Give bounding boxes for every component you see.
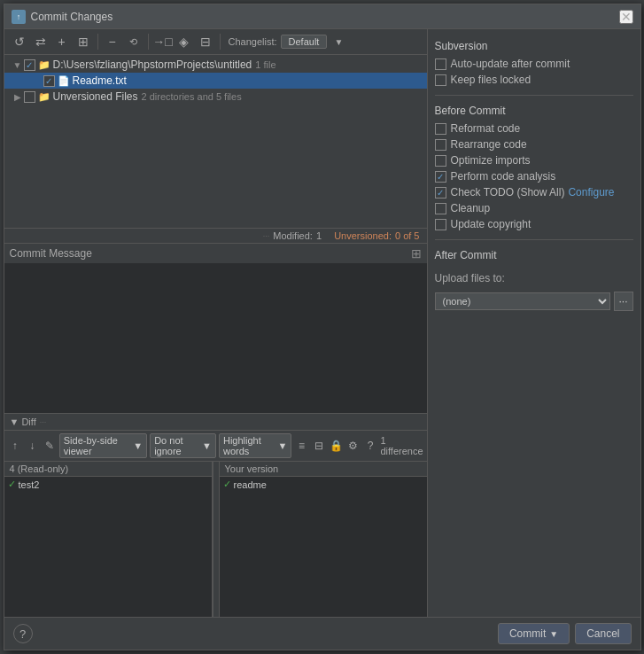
- close-button[interactable]: ✕: [619, 10, 633, 24]
- update-copyright-label: Update copyright: [451, 218, 531, 230]
- highlight-label: Highlight words: [223, 435, 275, 456]
- auto-update-option: Auto-update after commit: [435, 58, 633, 70]
- separator-1: [97, 34, 98, 50]
- upload-files-label: Upload files to:: [435, 272, 633, 284]
- txt-file-icon: 📄: [58, 74, 70, 87]
- rearrange-code-checkbox[interactable]: [435, 139, 446, 151]
- toolbar: ↺ ⇄ + ⊞ − ⟲ →□ ◈ ⊟ Changelist: Default ▼: [4, 29, 427, 55]
- side-by-side-dropdown[interactable]: Side-by-side viewer ▼: [59, 433, 147, 458]
- optimize-imports-option: Optimize imports: [435, 154, 633, 167]
- diff-divider: [213, 462, 220, 617]
- reformat-code-option: Reformat code: [435, 122, 633, 135]
- diff-right-check-icon: ✓: [223, 479, 231, 490]
- upload-dropdown-row: (none) ···: [435, 292, 633, 311]
- changelist-label: Changelist:: [229, 36, 277, 47]
- commit-dropdown-icon: ▼: [549, 629, 558, 639]
- diff-right-filename: readme: [234, 479, 267, 490]
- file-name-text: Readme.txt: [73, 74, 127, 87]
- highlight-dropdown[interactable]: Highlight words ▼: [219, 433, 291, 458]
- configure-link[interactable]: Configure: [568, 186, 614, 199]
- diff-right-body: [220, 492, 427, 617]
- root-checkbox[interactable]: ✓: [24, 59, 35, 71]
- check-todo-checkbox[interactable]: ✓: [435, 187, 446, 199]
- diff-right-file-row: ✓ readme: [220, 477, 427, 492]
- file-checkbox[interactable]: ✓: [43, 75, 55, 87]
- reformat-code-label: Reformat code: [451, 122, 521, 135]
- diff-next-btn[interactable]: ↓: [25, 437, 39, 455]
- unversioned-label-text: Unversioned Files: [53, 90, 138, 103]
- viewer-dropdown-icon: ▼: [133, 440, 143, 451]
- bottom-bar: ? Commit ▼ Cancel: [4, 617, 640, 650]
- diff-left-file-row: ✓ test2: [4, 477, 212, 492]
- refresh-icon-btn[interactable]: ↺: [10, 32, 29, 51]
- update-copyright-option: Update copyright: [435, 218, 633, 230]
- before-commit-title: Before Commit: [435, 105, 633, 117]
- commit-message-header: Commit Message ⊞: [4, 244, 427, 263]
- cleanup-checkbox[interactable]: [435, 203, 446, 214]
- move-to-another-btn[interactable]: →□: [153, 32, 173, 51]
- rollback-btn[interactable]: ⟲: [124, 32, 144, 51]
- todo-check-icon: ✓: [437, 188, 444, 198]
- auto-update-checkbox[interactable]: [435, 58, 446, 70]
- tree-unversioned-item[interactable]: ▶ · 📁 Unversioned Files 2 directories an…: [4, 89, 427, 105]
- diff-section: ▼ Diff ··· ↑ ↓ ✎ Side-by-side viewer ▼ D…: [4, 413, 427, 617]
- diff-align-btn[interactable]: ≡: [294, 437, 308, 455]
- ignore-dropdown[interactable]: Do not ignore ▼: [150, 433, 216, 458]
- separator-1: [435, 95, 633, 96]
- rearrange-code-label: Rearrange code: [451, 138, 527, 151]
- diff-lock-btn[interactable]: 🔒: [329, 437, 343, 455]
- diff-resize-handle[interactable]: ···: [36, 417, 422, 426]
- modified-value: 1: [316, 230, 322, 241]
- diff-left-filename: test2: [19, 479, 40, 490]
- perform-analysis-option: ✓ Perform code analysis: [435, 170, 633, 183]
- separator-3: [220, 34, 221, 50]
- optimize-imports-label: Optimize imports: [451, 154, 531, 167]
- upload-more-btn[interactable]: ···: [614, 292, 633, 311]
- diff-help-btn[interactable]: ?: [363, 437, 377, 455]
- resize-handle[interactable]: ···: [263, 231, 270, 240]
- diff-content: 4 (Read-only) ✓ test2 Your version ✓: [4, 462, 427, 617]
- cleanup-option: Cleanup: [435, 202, 633, 214]
- cancel-button[interactable]: Cancel: [575, 623, 631, 644]
- unversioned-checkbox[interactable]: ·: [24, 91, 35, 103]
- diff-arrow-icon: ▼: [10, 417, 19, 427]
- unversioned-value: 0 of 5: [395, 230, 420, 241]
- commit-button[interactable]: Commit ▼: [498, 623, 570, 644]
- commit-message-label: Commit Message: [10, 247, 411, 260]
- commit-message-options-btn[interactable]: ⊞: [411, 246, 422, 261]
- update-copyright-checkbox[interactable]: [435, 219, 446, 230]
- upload-files-select[interactable]: (none): [435, 292, 610, 310]
- keep-locked-checkbox[interactable]: [435, 74, 446, 86]
- help-button[interactable]: ?: [13, 624, 33, 643]
- expand-btn[interactable]: ⊟: [196, 32, 215, 51]
- optimize-imports-checkbox[interactable]: [435, 155, 446, 167]
- commit-message-input[interactable]: [4, 263, 427, 413]
- diff-edit-btn[interactable]: ✎: [42, 437, 56, 455]
- right-panel: Subversion Auto-update after commit Keep…: [428, 29, 640, 617]
- perform-analysis-checkbox[interactable]: ✓: [435, 171, 446, 183]
- unversioned-folder-icon: 📁: [38, 90, 50, 103]
- auto-update-label: Auto-update after commit: [451, 58, 570, 70]
- tree-file-item[interactable]: ✓ 📄 Readme.txt: [4, 73, 427, 89]
- diff-sync-btn[interactable]: ⊟: [312, 437, 326, 455]
- options-icon-btn[interactable]: ⊞: [74, 32, 93, 51]
- changelist-dropdown-btn[interactable]: ▼: [329, 32, 348, 51]
- diff-right-pane: Your version ✓ readme: [220, 462, 427, 617]
- add-btn[interactable]: +: [52, 32, 72, 51]
- diff-settings-btn[interactable]: ⚙: [346, 437, 361, 455]
- diff-toggle-btn[interactable]: ▼ Diff: [10, 417, 36, 427]
- reformat-code-checkbox[interactable]: [435, 123, 446, 135]
- diff-icon-btn[interactable]: ⇄: [31, 32, 50, 51]
- main-content: ↺ ⇄ + ⊞ − ⟲ →□ ◈ ⊟ Changelist: Default ▼: [4, 29, 640, 617]
- diff2-btn[interactable]: ◈: [175, 32, 194, 51]
- dialog-title: Commit Changes: [31, 11, 619, 23]
- dialog-window: ↑ Commit Changes ✕ ↺ ⇄ + ⊞ − ⟲ →□ ◈ ⊟ Ch…: [4, 4, 641, 650]
- diff-prev-btn[interactable]: ↑: [8, 437, 22, 455]
- keep-locked-option: Keep files locked: [435, 74, 633, 86]
- status-separator: [325, 230, 330, 241]
- tree-root-item[interactable]: ▼ ✓ 📁 D:\Users\fzliang\PhpstormProjects\…: [4, 57, 427, 73]
- root-meta-text: 1 file: [255, 59, 275, 70]
- minus-btn[interactable]: −: [103, 32, 122, 51]
- left-panel: ↺ ⇄ + ⊞ − ⟲ →□ ◈ ⊟ Changelist: Default ▼: [4, 29, 428, 617]
- changelist-default-btn[interactable]: Default: [281, 35, 328, 49]
